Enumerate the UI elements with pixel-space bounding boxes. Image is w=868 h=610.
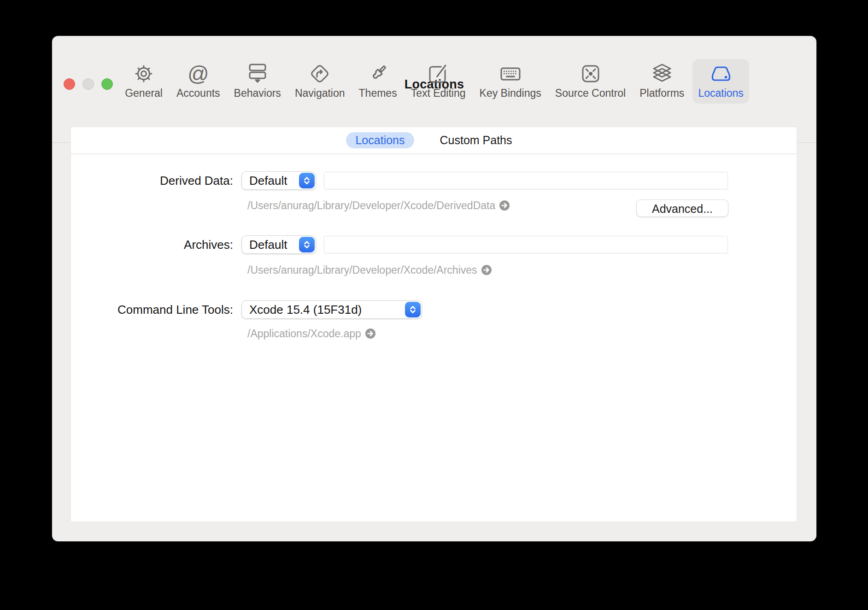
settings-window: Locations General @: [52, 36, 816, 541]
square-pencil-icon: [428, 63, 449, 84]
tab-custom-paths[interactable]: Custom Paths: [431, 132, 522, 148]
open-in-finder-arrow-icon[interactable]: [499, 200, 510, 211]
archives-dropdown[interactable]: Default: [241, 235, 316, 254]
toolbar-label: Navigation: [295, 87, 345, 100]
toolbar-item-platforms[interactable]: Platforms: [634, 59, 690, 104]
derived-data-path: /Users/anurag/Library/Developer/Xcode/De…: [247, 199, 510, 211]
archives-custom-path-field[interactable]: [324, 236, 728, 253]
derived-data-dropdown[interactable]: Default: [241, 171, 316, 190]
archives-path: /Users/anurag/Library/Developer/Xcode/Ar…: [247, 264, 492, 276]
layers-icon: [651, 63, 673, 84]
toolbar-label: General: [125, 87, 163, 100]
path-text: /Users/anurag/Library/Developer/Xcode/De…: [247, 199, 495, 212]
path-text: /Applications/Xcode.app: [247, 328, 361, 340]
toolbar-item-source-control[interactable]: Source Control: [550, 59, 631, 104]
command-line-tools-row: Command Line Tools: Xcode 15.4 (15F31d): [71, 300, 797, 319]
advanced-button[interactable]: Advanced...: [636, 199, 728, 217]
toolbar-item-accounts[interactable]: @ Accounts: [171, 59, 226, 104]
toolbar-item-behaviors[interactable]: Behaviors: [229, 59, 287, 104]
chevron-up-down-icon: [405, 302, 421, 317]
toolbar-item-key-bindings[interactable]: Key Bindings: [474, 59, 547, 104]
tab-locations[interactable]: Locations: [346, 132, 414, 148]
keyboard-icon: [500, 63, 521, 84]
toolbar-label: Accounts: [176, 87, 220, 100]
hard-drive-icon: [710, 63, 732, 84]
command-line-tools-dropdown[interactable]: Xcode 15.4 (15F31d): [241, 300, 422, 319]
toolbar-label: Source Control: [555, 87, 626, 100]
locations-panel: Locations Custom Paths Derived Data: Def…: [70, 127, 797, 522]
toolbar-item-general[interactable]: General: [119, 59, 168, 104]
chevron-up-down-icon: [299, 237, 315, 252]
archives-label: Archives:: [71, 235, 233, 254]
open-in-finder-arrow-icon[interactable]: [481, 265, 492, 275]
derived-data-custom-path-field[interactable]: [324, 172, 728, 189]
dropdown-value: Xcode 15.4 (15F31d): [249, 301, 362, 318]
archives-row: Archives: Default: [71, 235, 797, 254]
path-text: /Users/anurag/Library/Developer/Xcode/Ar…: [247, 264, 477, 276]
paintbrush-icon: [367, 63, 388, 84]
dropdown-value: Default: [249, 236, 287, 253]
derived-data-label: Derived Data:: [71, 171, 233, 190]
turn-arrow-icon: [309, 63, 330, 84]
dropdown-value: Default: [249, 172, 287, 189]
toolbar-label: Key Bindings: [480, 87, 541, 100]
toolbar-item-themes[interactable]: Themes: [353, 59, 403, 104]
toolbar-label: Themes: [359, 87, 397, 100]
open-in-finder-arrow-icon[interactable]: [365, 328, 375, 339]
source-control-icon: [580, 63, 601, 84]
settings-toolbar: General @ Accounts Behaviors: [52, 59, 816, 101]
command-line-tools-path: /Applications/Xcode.app: [247, 328, 375, 340]
at-sign-icon: @: [188, 63, 209, 84]
derived-data-row: Derived Data: Default: [71, 171, 797, 190]
toolbar-item-navigation[interactable]: Navigation: [289, 59, 351, 104]
stacked-panels-icon: [247, 63, 268, 84]
toolbar-label: Text Editing: [411, 87, 466, 100]
toolbar-item-locations[interactable]: Locations: [692, 59, 749, 104]
chevron-up-down-icon: [299, 173, 315, 188]
toolbar-label: Platforms: [639, 87, 684, 100]
gear-icon: [133, 63, 154, 84]
toolbar-label: Locations: [698, 87, 743, 100]
command-line-tools-label: Command Line Tools:: [71, 300, 233, 319]
tab-bar: Locations Custom Paths: [71, 127, 797, 154]
toolbar-label: Behaviors: [234, 87, 281, 100]
toolbar-item-text-editing[interactable]: Text Editing: [405, 59, 471, 104]
